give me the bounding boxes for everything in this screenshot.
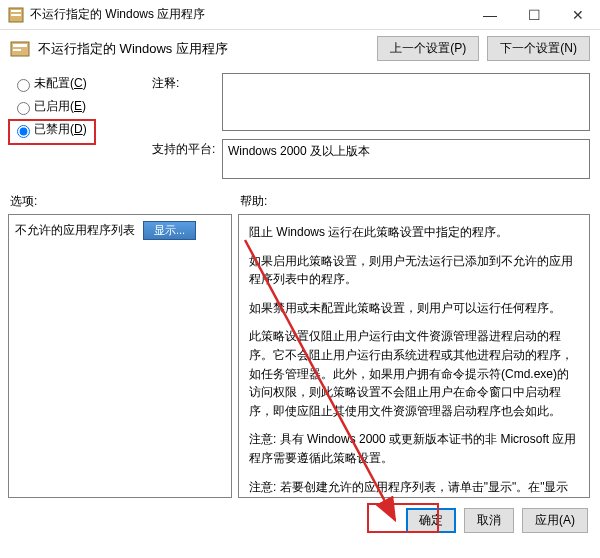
disallowed-apps-list-label: 不允许的应用程序列表 [15,222,135,239]
svg-rect-5 [13,49,21,51]
radio-not-configured-label: 未配置(C) [34,75,87,92]
radio-enabled-input[interactable] [17,102,30,115]
comment-textarea[interactable] [222,73,590,131]
platform-label: 支持的平台: [152,139,222,179]
help-label: 帮助: [240,193,590,210]
radio-enabled-label: 已启用(E) [34,98,86,115]
maximize-button[interactable]: ☐ [512,0,556,29]
main-row: 不允许的应用程序列表 显示... 阻止 Windows 运行在此策略设置中指定的… [0,214,600,498]
help-pane[interactable]: 阻止 Windows 运行在此策略设置中指定的程序。 如果启用此策略设置，则用户… [238,214,590,498]
ok-button[interactable]: 确定 [406,508,456,533]
radio-not-configured-input[interactable] [17,79,30,92]
apply-button[interactable]: 应用(A) [522,508,588,533]
comment-label: 注释: [152,73,222,131]
options-pane: 不允许的应用程序列表 显示... [8,214,232,498]
svg-rect-4 [13,44,27,47]
radio-not-configured[interactable]: 未配置(C) [12,75,152,92]
radio-disabled-input[interactable] [17,125,30,138]
help-paragraph: 如果启用此策略设置，则用户无法运行已添加到不允许的应用程序列表中的程序。 [249,252,579,289]
next-setting-button[interactable]: 下一个设置(N) [487,36,590,61]
prev-setting-button[interactable]: 上一个设置(P) [377,36,479,61]
bottom-bar: 确定 取消 应用(A) [0,498,600,533]
platform-field: Windows 2000 及以上版本 [222,139,590,179]
cancel-button[interactable]: 取消 [464,508,514,533]
radio-column: 未配置(C) 已启用(E) 已禁用(D) [12,73,152,187]
help-paragraph: 如果禁用或未配置此策略设置，则用户可以运行任何程序。 [249,299,579,318]
fields-column: 注释: 支持的平台: Windows 2000 及以上版本 [152,73,590,187]
header-title: 不运行指定的 Windows 应用程序 [38,40,369,58]
help-paragraph: 注意: 若要创建允许的应用程序列表，请单击"显示"。在"显示内容"对话框的"值"… [249,478,579,498]
radio-disabled[interactable]: 已禁用(D) [12,121,152,138]
help-paragraph: 阻止 Windows 运行在此策略设置中指定的程序。 [249,223,579,242]
close-button[interactable]: ✕ [556,0,600,29]
options-label: 选项: [10,193,240,210]
radio-disabled-label: 已禁用(D) [34,121,87,138]
header-row: 不运行指定的 Windows 应用程序 上一个设置(P) 下一个设置(N) [0,30,600,69]
minimize-button[interactable]: — [468,0,512,29]
window-title: 不运行指定的 Windows 应用程序 [30,6,468,23]
help-paragraph: 注意: 具有 Windows 2000 或更新版本证书的非 Microsoft … [249,430,579,467]
config-section: 未配置(C) 已启用(E) 已禁用(D) 注释: 支持的平台: Windows … [0,69,600,187]
app-icon [8,7,24,23]
show-button[interactable]: 显示... [143,221,196,240]
svg-rect-2 [11,14,21,16]
policy-icon [10,39,30,59]
section-labels: 选项: 帮助: [0,187,600,214]
radio-enabled[interactable]: 已启用(E) [12,98,152,115]
titlebar: 不运行指定的 Windows 应用程序 — ☐ ✕ [0,0,600,30]
help-paragraph: 此策略设置仅阻止用户运行由文件资源管理器进程启动的程序。它不会阻止用户运行由系统… [249,327,579,420]
svg-rect-1 [11,10,21,12]
